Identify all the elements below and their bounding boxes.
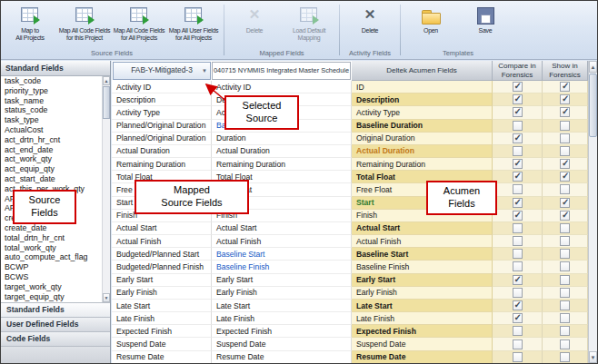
mapped-field-cell[interactable]: Resume Date: [212, 351, 352, 364]
mapped-field-cell[interactable]: Early Finish: [212, 287, 352, 300]
compare-checkbox[interactable]: [513, 94, 523, 104]
mapped-field-cell[interactable]: Duration: [212, 133, 352, 145]
mapped-field-cell[interactable]: Early Start: [212, 274, 352, 287]
show-checkbox[interactable]: [560, 133, 570, 143]
show-checkbox[interactable]: [560, 236, 570, 246]
field-list-item[interactable]: act_equip_qty: [1, 164, 110, 174]
field-list-item[interactable]: target_equip_qty: [1, 292, 110, 302]
selected-source-dropdown[interactable]: FAB-Y-Mitigated-3 ▼: [113, 62, 211, 80]
source-field-cell[interactable]: Early Start: [112, 274, 212, 287]
compare-checkbox[interactable]: [513, 107, 523, 117]
show-checkbox[interactable]: [560, 146, 570, 156]
map-all-code-fields-for-this-project-button[interactable]: Map All Code Fieldsfor this Project: [57, 2, 112, 48]
show-checkbox[interactable]: [560, 121, 570, 131]
sidebar-tab-user-defined-fields[interactable]: User Defined Fields: [1, 317, 110, 331]
field-list-item[interactable]: task_code: [1, 76, 110, 86]
field-list-item[interactable]: total_work_qty: [1, 243, 110, 253]
compare-checkbox[interactable]: [513, 172, 523, 182]
source-field-cell[interactable]: Activity ID: [112, 81, 212, 93]
compare-checkbox[interactable]: [513, 184, 523, 194]
delete-button[interactable]: Delete: [227, 2, 282, 48]
field-list-item[interactable]: task_type: [1, 115, 110, 125]
field-list-item[interactable]: act_work_qty: [1, 154, 110, 164]
source-field-cell[interactable]: Budgeted/Planned Start: [112, 248, 212, 261]
field-list-item[interactable]: act_drtn_hr_cnt: [1, 135, 110, 145]
delete-button[interactable]: Delete: [343, 2, 397, 48]
show-checkbox[interactable]: [560, 352, 570, 362]
sidebar-scrollbar[interactable]: ▲ ▼: [102, 76, 110, 302]
mapped-field-cell[interactable]: Remaining Duration: [212, 158, 352, 171]
field-list-item[interactable]: BCWS: [1, 272, 110, 282]
show-checkbox[interactable]: [560, 82, 570, 92]
field-list-item[interactable]: auto_compute_act_flag: [1, 252, 110, 262]
mapped-field-cell[interactable]: Late Finish: [212, 312, 352, 325]
show-checkbox[interactable]: [560, 211, 570, 221]
mapped-field-cell[interactable]: Actual Start: [212, 222, 352, 235]
show-checkbox[interactable]: [560, 275, 570, 285]
field-list-item[interactable]: status_code: [1, 105, 110, 115]
source-field-cell[interactable]: Planned/Original Duration: [112, 120, 212, 133]
scroll-down-icon[interactable]: ▼: [103, 293, 110, 302]
compare-checkbox[interactable]: [513, 313, 523, 323]
sidebar-tab-code-fields[interactable]: Code Fields: [1, 331, 110, 346]
open-button[interactable]: Open: [404, 2, 458, 48]
source-field-cell[interactable]: Expected Finish: [112, 325, 212, 338]
source-field-cell[interactable]: Actual Duration: [112, 145, 212, 158]
show-checkbox[interactable]: [560, 326, 570, 336]
source-field-cell[interactable]: Description: [112, 93, 212, 106]
show-checkbox[interactable]: [560, 198, 570, 208]
show-checkbox[interactable]: [560, 288, 570, 298]
compare-checkbox[interactable]: [513, 339, 523, 349]
source-field-cell[interactable]: Late Finish: [112, 312, 212, 325]
mapped-field-cell[interactable]: Baseline Finish: [212, 261, 352, 273]
source-field-cell[interactable]: Remaining Duration: [112, 158, 212, 171]
map-to-all-projects-button[interactable]: Map toAll Projects: [3, 2, 57, 48]
load-default-mapping-button[interactable]: Load DefaultMapping: [282, 2, 336, 48]
field-list-item[interactable]: create_date: [1, 223, 110, 233]
show-checkbox[interactable]: [560, 107, 570, 117]
show-checkbox[interactable]: [560, 249, 570, 259]
mapped-field-cell[interactable]: Actual Duration: [212, 145, 352, 158]
compare-checkbox[interactable]: [513, 236, 523, 246]
scroll-down-icon[interactable]: ▼: [589, 351, 597, 363]
source-field-cell[interactable]: Suspend Date: [112, 338, 212, 350]
show-checkbox[interactable]: [560, 300, 570, 310]
compare-checkbox[interactable]: [513, 82, 523, 92]
mapped-field-cell[interactable]: Activity ID: [212, 81, 352, 93]
save-button[interactable]: Save: [458, 2, 513, 48]
compare-checkbox[interactable]: [513, 198, 523, 208]
map-all-code-fields-for-all-projects-button[interactable]: Map All Code Fieldsfor All Projects: [112, 2, 166, 48]
source-field-cell[interactable]: Late Start: [112, 300, 212, 312]
show-checkbox[interactable]: [560, 339, 570, 349]
source-field-cell[interactable]: Actual Start: [112, 222, 212, 235]
source-field-cell[interactable]: Actual Finish: [112, 235, 212, 248]
mapped-field-cell[interactable]: Late Start: [212, 300, 352, 312]
source-field-cell[interactable]: Planned/Original Duration: [112, 133, 212, 145]
show-checkbox[interactable]: [560, 94, 570, 104]
show-checkbox[interactable]: [560, 223, 570, 233]
field-list-item[interactable]: task_name: [1, 96, 110, 106]
compare-checkbox[interactable]: [513, 146, 523, 156]
scrollbar-thumb[interactable]: [103, 86, 110, 119]
compare-checkbox[interactable]: [513, 288, 523, 298]
scrollbar-thumb[interactable]: [589, 74, 597, 137]
compare-checkbox[interactable]: [513, 352, 523, 362]
compare-checkbox[interactable]: [513, 133, 523, 143]
field-list-item[interactable]: target_work_qty: [1, 282, 110, 292]
compare-checkbox[interactable]: [513, 261, 523, 271]
field-list-item[interactable]: act_end_date: [1, 145, 110, 155]
mapped-field-cell[interactable]: Baseline Start: [212, 248, 352, 261]
source-field-cell[interactable]: Resume Date: [112, 351, 212, 364]
scroll-up-icon[interactable]: ▲: [589, 61, 597, 73]
compare-checkbox[interactable]: [513, 326, 523, 336]
compare-checkbox[interactable]: [513, 300, 523, 310]
field-list-item[interactable]: priority_type: [1, 86, 110, 96]
show-checkbox[interactable]: [560, 184, 570, 194]
compare-checkbox[interactable]: [513, 223, 523, 233]
mapped-field-cell[interactable]: Expected Finish: [212, 325, 352, 338]
source-field-cell[interactable]: Activity Type: [112, 106, 212, 119]
show-checkbox[interactable]: [560, 261, 570, 271]
sidebar-tab-standard-fields[interactable]: Standard Fields: [1, 302, 110, 317]
mapped-field-cell[interactable]: Actual Finish: [212, 235, 352, 248]
source-field-cell[interactable]: Early Finish: [112, 287, 212, 300]
